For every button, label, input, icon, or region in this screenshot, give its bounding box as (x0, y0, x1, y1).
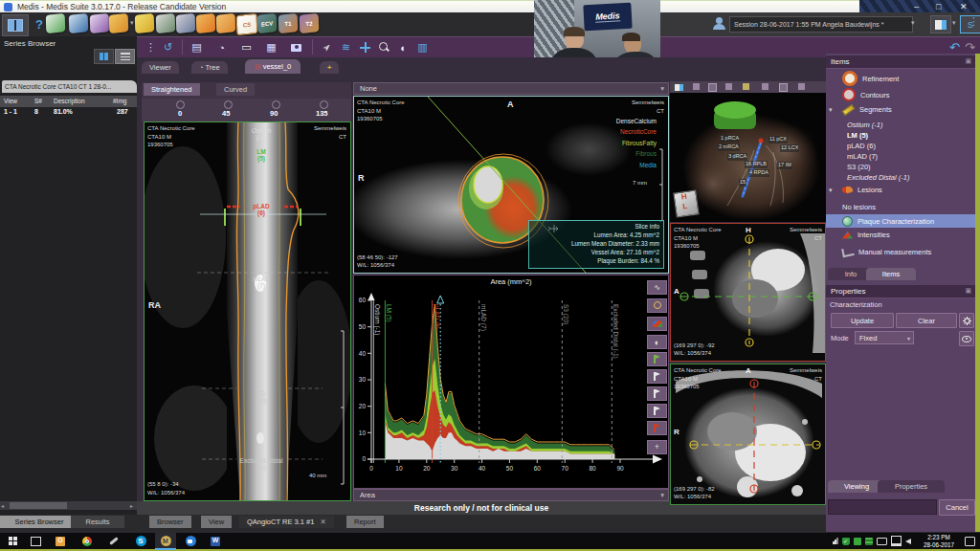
network-monitor-icon[interactable] (891, 536, 902, 546)
help-button[interactable]: ? (33, 14, 46, 33)
segments-expand-icon[interactable]: ▾ (829, 106, 833, 114)
col-img[interactable]: #Img (113, 98, 126, 104)
chrome-taskbar-icon[interactable] (78, 535, 96, 547)
skype-taskbar-icon[interactable]: S (132, 535, 149, 547)
window-level-icon[interactable]: ◐ (394, 39, 412, 55)
straightened-viewport[interactable]: CTA Necrotic Core CTA10 M 19360705 Semme… (144, 121, 351, 501)
app-icon-folders[interactable] (216, 13, 236, 33)
mini-icon-4[interactable] (743, 83, 749, 90)
vessel-label-5[interactable]: 4 RPDA (748, 169, 769, 177)
series-scrollbar[interactable]: ◂ ▸ (0, 501, 137, 510)
window-close-button[interactable]: ✕ (960, 2, 968, 11)
app-icon-users[interactable] (69, 13, 89, 33)
item-contours[interactable]: Contours (826, 88, 975, 101)
mini-icon-6[interactable] (779, 83, 788, 92)
item-segment-lm[interactable]: LM (5) (847, 131, 868, 140)
zoom-tool-icon[interactable] (647, 298, 667, 313)
tab-close-icon[interactable]: ✕ (320, 518, 325, 526)
app-icon-viewer[interactable] (46, 13, 66, 33)
cross-section-dropdown[interactable]: None ▾ (353, 82, 669, 95)
layout-button[interactable] (2, 14, 29, 36)
axial-viewport[interactable]: CTA Necrotic Core CTA10 M 19360705 A Sem… (670, 364, 826, 505)
tab-vessel0[interactable]: ◎ vessel_0 (245, 59, 301, 74)
tray-app-1-icon[interactable] (854, 538, 861, 545)
medis-taskbar-icon[interactable]: M (155, 533, 176, 550)
vessel-label-7[interactable]: 12 LCX (780, 144, 799, 152)
intensity-curve-icon[interactable] (647, 317, 667, 331)
window-min-button[interactable]: – (914, 2, 919, 11)
word-taskbar-icon[interactable]: W (207, 535, 224, 547)
volume-3d-viewport[interactable]: 1 pRCA 2 mRCA 3 dRCA 16 RPLB 4 RPDA 11 p… (670, 93, 826, 222)
layout-caret-icon[interactable]: ▾ (952, 19, 956, 27)
col-s[interactable]: S# (34, 98, 42, 104)
vessel-label-2[interactable]: 2 mRCA (718, 143, 740, 151)
chart-footer-dropdown[interactable]: Area ▾ (353, 489, 669, 501)
tab-items[interactable]: Items (866, 268, 916, 280)
series-tab[interactable]: CTA Necrotic Core CTA10 CT 1 28-0... (2, 80, 137, 93)
tab-series-browser[interactable]: Series Browser (0, 516, 78, 528)
mini-icon-7[interactable] (798, 83, 805, 90)
outlook-taskbar-icon[interactable]: O (52, 535, 69, 547)
tab-add[interactable]: + (320, 61, 339, 74)
items-header-icon[interactable]: ▣ (965, 57, 971, 65)
orientation-cube[interactable]: H L (673, 189, 699, 217)
film-strip-icon[interactable]: ▤ (188, 39, 206, 55)
segment-label-ostium[interactable]: Ostium (-1) (223, 127, 300, 142)
app-icon-spiral[interactable] (156, 13, 176, 33)
segment-label-plad[interactable]: pLAD (6) (223, 203, 300, 217)
network-signal-icon[interactable] (833, 538, 838, 544)
app-icon-caret[interactable]: ▾ (130, 19, 134, 27)
profile-chart-icon[interactable]: ∿ (647, 280, 667, 295)
app-icon-film-orange[interactable] (196, 13, 216, 33)
app-icon-cs[interactable]: CS (236, 13, 258, 35)
paint-taskbar-icon[interactable] (105, 535, 122, 547)
mini-icon-5[interactable] (762, 83, 768, 90)
mode-dropdown[interactable]: Fixed ▾ (855, 331, 914, 344)
flag-white-2-icon[interactable] (647, 386, 667, 401)
angle-135-icon[interactable] (320, 100, 328, 109)
update-button[interactable]: Update (831, 313, 894, 328)
start-button[interactable] (4, 535, 21, 547)
item-segment-excluded[interactable]: Excluded Distal (-1) (847, 173, 909, 182)
clock-icon[interactable]: ◔ (212, 39, 231, 55)
col-description[interactable]: Description (54, 98, 85, 104)
tab-report[interactable]: Report (346, 516, 384, 528)
tray-app-2-icon[interactable] (865, 538, 873, 545)
zoom-magnifier-icon[interactable] (375, 39, 393, 55)
item-segment-ostium[interactable]: Ostium (-1) (847, 121, 883, 129)
app-icon-ecv[interactable]: ECV (257, 13, 278, 33)
mini-icon-2[interactable] (708, 83, 717, 92)
angle-45[interactable]: 45 (222, 109, 230, 118)
item-refinement[interactable]: Refinement (826, 71, 975, 86)
pan-icon[interactable] (356, 39, 374, 55)
characterization-settings-button[interactable] (959, 313, 974, 328)
angle-0-icon[interactable] (176, 100, 185, 109)
angle-45-icon[interactable] (224, 100, 233, 109)
app-icon-folder[interactable] (109, 13, 129, 33)
angle-0[interactable]: 0 (178, 109, 182, 118)
segment-label-mlad[interactable]: mLAD (7) (223, 276, 300, 290)
tab-qangioct[interactable]: QAngioCT RE 3.1 #1 ✕ (239, 516, 334, 528)
layers-icon[interactable]: ≋ (337, 39, 355, 55)
tab-straightened[interactable]: Straightened (144, 83, 200, 96)
area-chart-pane[interactable]: Area (mm^2) Ostium (-1)LM (5)pLAD (6)mLA… (353, 275, 669, 489)
split-view-icon[interactable] (672, 82, 685, 92)
window-box-icon[interactable]: ▭ (237, 39, 256, 55)
series-table-row[interactable]: 1 - 1 8 81.0% 287 (0, 107, 137, 119)
tab-view[interactable]: View (201, 516, 232, 528)
item-lesions[interactable]: ▾ Lesions (826, 186, 975, 194)
list-view-button[interactable] (115, 49, 135, 64)
move-marker-icon[interactable]: + (647, 440, 667, 454)
item-manual-measurements[interactable]: Manual measurements (826, 248, 975, 256)
item-segment-s3[interactable]: S3 (20) (847, 163, 871, 171)
speaker-icon[interactable] (905, 539, 911, 544)
panel-kebab-icon[interactable]: ⋮ (142, 39, 160, 55)
properties-header-icon[interactable]: ▣ (965, 287, 971, 295)
tab-results[interactable]: Results (71, 516, 124, 528)
flag-red-icon[interactable] (647, 421, 667, 435)
taskbar-clock[interactable]: 2:23 PM 28-06-2017 (917, 534, 961, 548)
app-icon-paint[interactable] (90, 13, 110, 33)
camera-app-taskbar-icon[interactable] (182, 535, 199, 547)
vessel-label-8[interactable]: 17 IM (777, 162, 792, 169)
thumbnail-view-button[interactable] (94, 49, 114, 64)
